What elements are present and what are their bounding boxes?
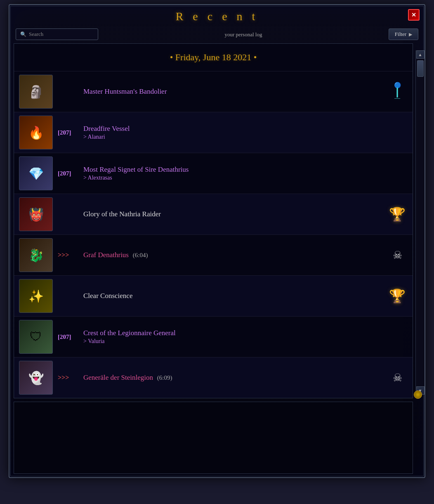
log-item[interactable]: 🐉>>>Graf Denathrius (6:04)☠ (14, 234, 413, 275)
item-name: Most Regal Signet of Sire Denathrius (83, 166, 408, 174)
window-title: R e c e n t (30, 10, 404, 23)
item-duration: (6:09) (156, 374, 172, 381)
log-item[interactable]: ✨Clear Conscience🏆 (14, 275, 413, 316)
date-header: • Friday, June 18 2021 • (14, 44, 413, 71)
item-arrows: >>> (58, 251, 78, 259)
item-icon-3: 👹 (19, 197, 53, 231)
search-icon: 🔍 (20, 31, 26, 38)
log-item[interactable]: 👻>>>Generäle der Steinlegion (6:09)☠ (14, 357, 413, 398)
trophy-icon: 🏆 (389, 288, 406, 304)
corner-gem (414, 390, 422, 399)
item-name: Glory of the Nathria Raider (83, 210, 382, 218)
skull-crossbones-icon: ☠ (393, 371, 402, 384)
item-level-badge: [207] (58, 170, 78, 177)
item-recipient: > Alanari (83, 134, 408, 140)
scrollbar-track: ▲ ▼ (415, 50, 425, 395)
log-item[interactable]: 🗿Master Huntsman's Bandolier 🔵 ┃ ── (14, 71, 413, 112)
item-info: Most Regal Signet of Sire Denathrius> Al… (83, 166, 408, 181)
scroll-up-button[interactable]: ▲ (416, 50, 425, 59)
toolbar: 🔍 your personal log Filter ▶ (9, 25, 425, 43)
filter-arrow-icon: ▶ (409, 32, 412, 37)
item-info: Graf Denathrius (6:04) (83, 251, 382, 259)
item-info: Clear Conscience (83, 292, 382, 300)
item-icon-1: 🔥 (19, 116, 53, 149)
item-name: Generäle der Steinlegion (6:09) (83, 374, 382, 382)
search-input[interactable] (29, 31, 87, 38)
skull-crossbones-icon: ☠ (393, 249, 402, 262)
content-area: • Friday, June 18 2021 • 🗿Master Huntsma… (14, 43, 413, 398)
close-button[interactable]: ✕ (408, 9, 420, 21)
log-item[interactable]: 🛡[207]Crest of the Legionnaire General> … (14, 316, 413, 357)
main-window: R e c e n t ✕ 🔍 your personal log Filter… (9, 4, 425, 478)
scrollbar-thumb[interactable] (417, 60, 424, 77)
skull-icon: ☠ (387, 367, 408, 388)
item-icon-5: ✨ (19, 279, 53, 313)
item-icon-0: 🗿 (19, 75, 53, 109)
mannequin-figure-icon: 🔵 ┃ ── (394, 83, 401, 101)
item-icon-7: 👻 (19, 361, 53, 395)
item-name: Crest of the Legionnaire General (83, 329, 408, 337)
title-bar: R e c e n t ✕ (9, 5, 425, 25)
item-arrows: >>> (58, 374, 78, 381)
item-name: Dreadfire Vessel (83, 125, 408, 133)
toolbar-center: your personal log (102, 31, 384, 38)
item-recipient: > Alextrasas (83, 175, 408, 181)
item-duration: (6:04) (131, 252, 148, 258)
bottom-panel (14, 402, 413, 474)
item-level-badge: [207] (58, 334, 78, 341)
log-item[interactable]: 🔥[207]Dreadfire Vessel> Alanari (14, 112, 413, 153)
filter-button[interactable]: Filter ▶ (389, 28, 418, 40)
item-info: Crest of the Legionnaire General> Valuri… (83, 329, 408, 345)
item-info: Generäle der Steinlegion (6:09) (83, 374, 382, 382)
item-name: Master Huntsman's Bandolier (83, 88, 382, 96)
skull-icon: ☠ (387, 245, 408, 265)
mannequin-icon: 🔵 ┃ ── (387, 81, 408, 102)
item-name: Clear Conscience (83, 292, 382, 300)
toolbar-subtitle: your personal log (224, 31, 262, 38)
item-info: Glory of the Nathria Raider (83, 210, 382, 218)
trophy-icon: 🏆 (387, 204, 408, 225)
search-box[interactable]: 🔍 (16, 28, 98, 40)
filter-label: Filter (395, 31, 406, 38)
item-icon-4: 🐉 (19, 238, 53, 272)
log-list: 🗿Master Huntsman's Bandolier 🔵 ┃ ── 🔥[20… (14, 71, 413, 398)
trophy-icon: 🏆 (389, 206, 406, 222)
item-name: Graf Denathrius (6:04) (83, 251, 382, 259)
log-item[interactable]: 👹Glory of the Nathria Raider🏆 (14, 194, 413, 234)
item-info: Master Huntsman's Bandolier (83, 88, 382, 96)
item-info: Dreadfire Vessel> Alanari (83, 125, 408, 140)
item-level-badge: [207] (58, 129, 78, 136)
item-recipient: > Valuria (83, 338, 408, 345)
trophy-icon: 🏆 (387, 286, 408, 306)
log-item[interactable]: 💎[207]Most Regal Signet of Sire Denathri… (14, 153, 413, 194)
item-icon-2: 💎 (19, 156, 53, 190)
item-icon-6: 🛡 (19, 320, 53, 354)
